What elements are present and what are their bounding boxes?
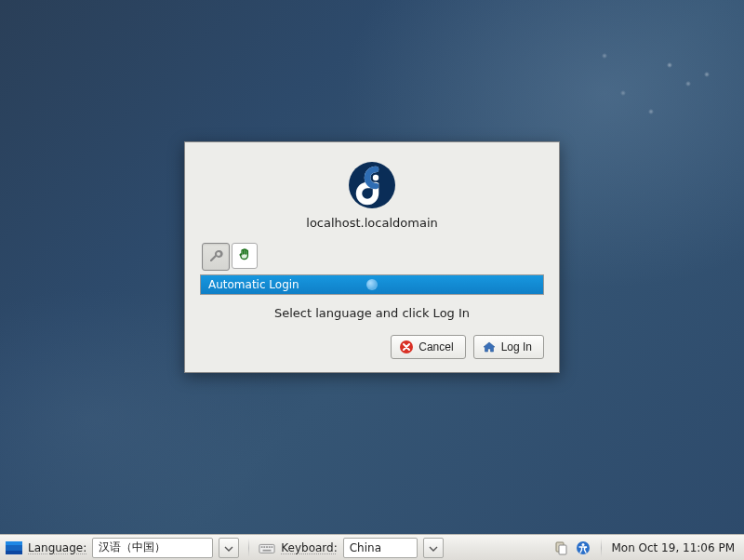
svg-point-1 bbox=[373, 175, 379, 180]
wrench-icon bbox=[207, 247, 224, 267]
keyboard-value: China bbox=[350, 541, 381, 554]
svg-rect-4 bbox=[6, 541, 22, 545]
chevron-down-icon bbox=[224, 541, 233, 554]
svg-rect-12 bbox=[263, 549, 272, 551]
accessibility-button[interactable] bbox=[232, 243, 258, 269]
accessibility-panel-icon[interactable] bbox=[575, 540, 591, 556]
bottom-panel: Language: 汉语（中国） Keyboard: China bbox=[0, 534, 744, 560]
button-row: Cancel Log In bbox=[200, 335, 544, 359]
home-icon bbox=[482, 340, 497, 354]
user-item-automatic-login[interactable]: Automatic Login bbox=[201, 275, 543, 294]
keyboard-icon bbox=[259, 540, 275, 556]
instruction-text: Select language and click Log In bbox=[200, 306, 544, 320]
status-indicator-icon bbox=[366, 279, 378, 290]
svg-rect-9 bbox=[266, 546, 268, 548]
svg-rect-11 bbox=[272, 546, 273, 548]
cancel-button-label: Cancel bbox=[418, 340, 453, 353]
settings-button[interactable] bbox=[202, 243, 230, 271]
language-label: Language: bbox=[28, 541, 86, 554]
flag-icon bbox=[6, 540, 22, 556]
hostname-label: localhost.localdomain bbox=[200, 216, 544, 230]
panel-separator bbox=[248, 539, 249, 557]
user-item-label: Automatic Login bbox=[208, 278, 299, 291]
svg-rect-10 bbox=[269, 546, 271, 548]
svg-rect-6 bbox=[259, 544, 274, 553]
keyboard-select[interactable]: China bbox=[343, 538, 418, 558]
chevron-down-icon bbox=[429, 541, 438, 554]
login-button[interactable]: Log In bbox=[473, 335, 544, 359]
svg-rect-8 bbox=[264, 546, 266, 548]
fedora-logo-icon bbox=[348, 161, 396, 209]
panel-clock: Mon Oct 19, 11:06 PM bbox=[611, 541, 735, 554]
clipboard-icon[interactable] bbox=[552, 540, 569, 556]
keyboard-label: Keyboard: bbox=[281, 541, 337, 554]
svg-rect-5 bbox=[6, 551, 22, 554]
keyboard-dropdown-button[interactable] bbox=[423, 538, 444, 558]
svg-rect-7 bbox=[261, 546, 263, 548]
user-list[interactable]: Automatic Login bbox=[200, 274, 544, 295]
login-button-label: Log In bbox=[501, 340, 532, 353]
tool-buttons bbox=[202, 243, 544, 271]
logo-container bbox=[200, 161, 544, 212]
svg-rect-14 bbox=[559, 545, 566, 554]
language-select[interactable]: 汉语（中国） bbox=[92, 538, 213, 558]
language-dropdown-button[interactable] bbox=[219, 538, 239, 558]
panel-separator bbox=[601, 539, 602, 557]
hand-icon bbox=[237, 247, 252, 265]
cancel-button[interactable]: Cancel bbox=[391, 335, 465, 359]
cancel-icon bbox=[399, 340, 414, 354]
language-value: 汉语（中国） bbox=[99, 540, 166, 555]
login-dialog: localhost.localdomain Automatic Login Se… bbox=[184, 141, 560, 373]
svg-point-16 bbox=[582, 543, 585, 546]
